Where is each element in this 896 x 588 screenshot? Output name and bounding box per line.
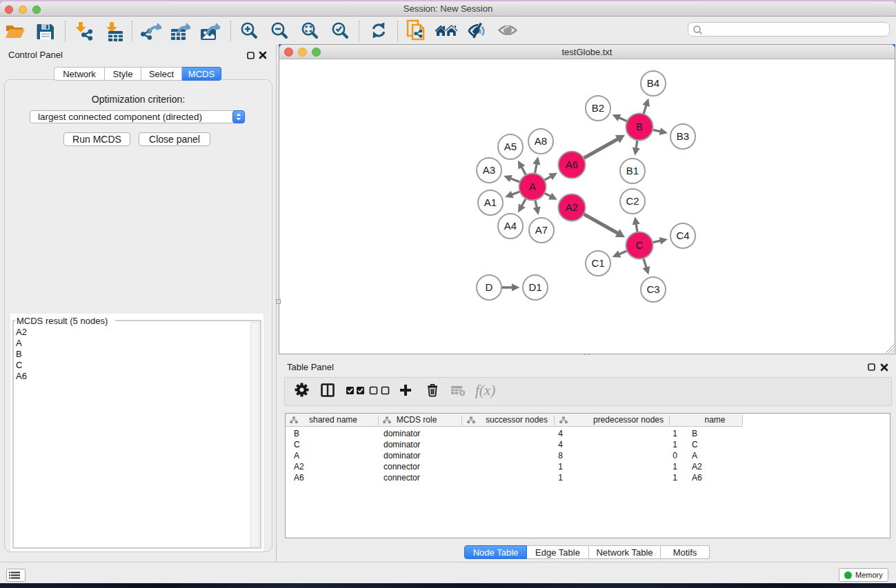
svg-text:A: A — [529, 181, 536, 192]
svg-text:A6: A6 — [566, 159, 578, 170]
svg-text:C: C — [636, 239, 644, 251]
svg-text:A2: A2 — [566, 201, 578, 213]
svg-text:C2: C2 — [626, 195, 639, 207]
svg-text:A8: A8 — [535, 135, 547, 147]
svg-text:A5: A5 — [504, 141, 517, 152]
svg-text:B: B — [636, 121, 643, 132]
svg-text:A1: A1 — [484, 196, 497, 208]
svg-text:A4: A4 — [504, 220, 517, 232]
svg-text:B1: B1 — [626, 165, 639, 176]
svg-text:A3: A3 — [483, 164, 495, 176]
svg-text:B4: B4 — [647, 77, 659, 89]
svg-text:C4: C4 — [676, 230, 689, 241]
svg-text:B2: B2 — [592, 102, 604, 114]
svg-text:C1: C1 — [591, 257, 604, 269]
svg-text:D1: D1 — [528, 281, 541, 293]
svg-text:D: D — [486, 281, 493, 293]
svg-text:C3: C3 — [646, 283, 659, 295]
svg-text:B3: B3 — [677, 130, 689, 142]
svg-text:A7: A7 — [535, 224, 548, 236]
